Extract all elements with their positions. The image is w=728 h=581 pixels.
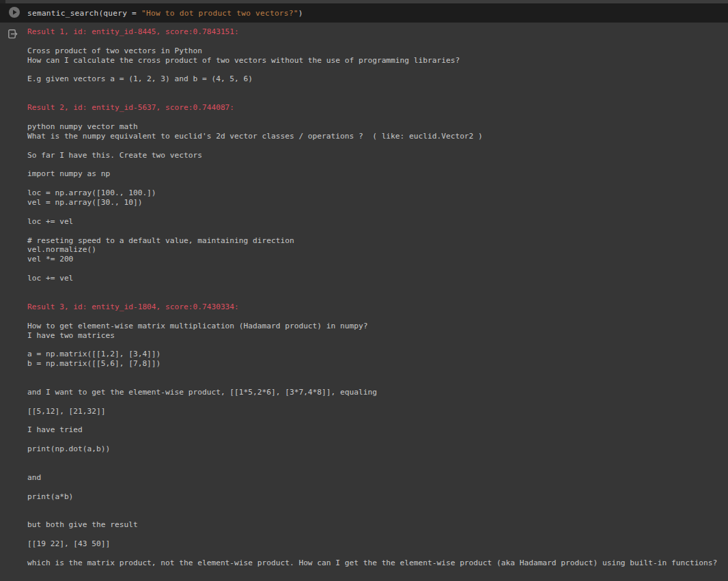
output-line: [27, 454, 728, 464]
output-line: [27, 483, 728, 492]
output-line: # reseting speed to a default value, mai…: [27, 236, 728, 246]
output-line: [27, 369, 728, 378]
output-line: [27, 293, 728, 302]
output-gutter: [0, 27, 27, 568]
output-line: [27, 435, 728, 444]
output-region: Result 1, id: entity_id-8445, score:0.78…: [0, 23, 728, 568]
output-line: and I want to get the element-wise produ…: [27, 388, 728, 397]
output-line: [27, 549, 728, 558]
output-line: So far I have this. Create two vectors: [27, 151, 728, 160]
output-line: vel.normalize(): [27, 245, 728, 255]
output-line: [27, 397, 728, 407]
output-line: [27, 283, 728, 293]
output-line: [27, 113, 728, 122]
output-line: loc = np.array([100., 100.]): [27, 188, 728, 198]
output-line: [27, 312, 728, 322]
output-line: How can I calculate the cross product of…: [27, 56, 728, 66]
output-line: [[19 22], [43 50]]: [27, 539, 728, 549]
output-line: loc += vel: [27, 274, 728, 283]
output-line: What is the numpy equivalent to euclid's…: [27, 132, 728, 141]
output-line: [27, 141, 728, 151]
command-text: semantic_search(query = "How to dot prod…: [27, 9, 303, 18]
output-line: [[5,12], [21,32]]: [27, 407, 728, 416]
output-line: [27, 264, 728, 274]
output-line: [27, 378, 728, 388]
output-line: vel *= 200: [27, 255, 728, 264]
output-line: [27, 208, 728, 217]
output-line: Cross product of two vectors in Python: [27, 46, 728, 56]
top-strip-left-block: [0, 0, 5, 3]
output-content: Result 1, id: entity_id-8445, score:0.78…: [27, 27, 728, 568]
output-line: [27, 416, 728, 426]
command-suffix: ): [298, 9, 303, 18]
output-line: [27, 84, 728, 94]
output-line: E.g given vectors a = (1, 2, 3) and b = …: [27, 74, 728, 84]
output-icon: [0, 27, 19, 568]
result-header-line: Result 1, id: entity_id-8445, score:0.78…: [27, 27, 728, 37]
output-line: print(np.dot(a,b)): [27, 444, 728, 454]
play-icon: [8, 6, 20, 20]
output-line: I have tried: [27, 425, 728, 435]
output-line: vel = np.array([30., 10]): [27, 198, 728, 208]
output-line: I have two matrices: [27, 331, 728, 341]
output-line: [27, 340, 728, 350]
output-line: loc += vel: [27, 217, 728, 227]
output-line: [27, 530, 728, 539]
output-line: but both give the result: [27, 520, 728, 530]
command-header: semantic_search(query = "How to dot prod…: [0, 3, 728, 23]
output-line: print(a*b): [27, 492, 728, 502]
output-line: [27, 511, 728, 520]
output-line: [27, 227, 728, 236]
result-header-line: Result 2, id: entity_id-5637, score:0.74…: [27, 103, 728, 113]
output-line: a = np.matrix([[1,2], [3,4]]): [27, 350, 728, 359]
output-line: [27, 160, 728, 169]
command-prefix: semantic_search(query =: [27, 9, 141, 18]
output-line: [27, 66, 728, 75]
output-line: [27, 94, 728, 103]
output-line: [27, 464, 728, 473]
run-button[interactable]: [8, 7, 20, 19]
output-line: b = np.matrix([[5,6], [7,8]]): [27, 359, 728, 369]
output-line: How to get element-wise matrix multiplic…: [27, 322, 728, 331]
output-line: [27, 37, 728, 46]
output-line: python numpy vector math: [27, 122, 728, 132]
command-query-string: "How to dot product two vectors?": [141, 9, 298, 18]
output-line: [27, 502, 728, 511]
output-line: which is the matrix product, not the ele…: [27, 558, 728, 568]
output-line: and: [27, 473, 728, 483]
output-line: [27, 179, 728, 188]
result-header-line: Result 3, id: entity_id-1804, score:0.74…: [27, 302, 728, 312]
output-line: import numpy as np: [27, 169, 728, 179]
